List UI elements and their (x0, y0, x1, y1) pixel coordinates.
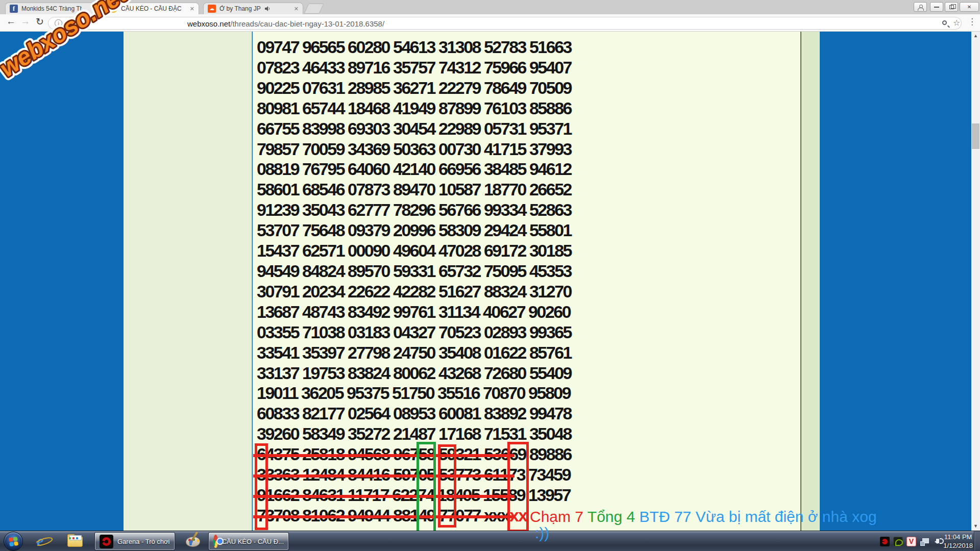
tab-soundcloud[interactable]: ☁ Ở by Thang JP ✕ (203, 3, 303, 14)
taskbar-button-label: Garena - Trò chơi (117, 538, 169, 545)
number-row: 30791 20234 22622 42282 51627 88324 3127… (257, 282, 571, 302)
minimize-button[interactable] (930, 2, 943, 12)
strikethrough-line (253, 474, 514, 478)
number-row: 90225 07631 28985 36271 22279 78649 7050… (257, 78, 571, 98)
clock-time: 11:04 PM (943, 533, 973, 541)
taskbar-button-chrome[interactable]: CẦU KÈO - CẦU Đ... (208, 532, 289, 550)
minimize-icon (934, 7, 939, 8)
smiley-annotation: :)) (535, 524, 549, 542)
number-row: 07823 46433 89716 35757 74312 75966 9540… (257, 58, 571, 78)
soundcloud-favicon-icon: ☁ (208, 5, 216, 13)
tab-close-icon[interactable]: ✕ (190, 6, 194, 12)
windows-flag-icon (9, 537, 18, 546)
taskbar-clock[interactable]: 11:04 PM 1/12/2018 (943, 533, 973, 550)
chrome-icon (213, 535, 218, 548)
number-row: 13687 48743 83492 99761 31134 40627 9026… (257, 302, 571, 322)
red-highlight-box-middle (438, 444, 456, 528)
number-row: 19011 36205 95375 51750 35516 70870 9580… (257, 383, 571, 404)
number-row: 33541 35397 27798 24750 35408 01622 8576… (257, 343, 571, 363)
number-row: 80981 65744 18468 41949 87899 76103 8588… (257, 98, 571, 119)
page-scrollbar[interactable]: ▲ ▼ (971, 32, 980, 531)
screen: f Monkids 54C Tràng Thi - ✕ xs CẦU KÈO -… (0, 0, 980, 551)
tab-monkids[interactable]: f Monkids 54C Tràng Thi - ✕ (5, 3, 102, 14)
garena-icon (100, 535, 113, 548)
number-row: 91239 35043 62777 78296 56766 99334 5286… (257, 200, 571, 220)
reload-icon[interactable]: ↻ (36, 16, 44, 28)
url-domain: webxoso.net (187, 19, 230, 28)
number-row: 79857 70059 34369 50363 00730 41715 3799… (257, 139, 571, 160)
number-row: 33137 19753 83824 80062 43268 72680 5540… (257, 363, 571, 384)
show-desktop-button[interactable] (974, 531, 980, 551)
number-row: 08819 76795 64060 42140 66956 38485 9461… (257, 159, 571, 180)
browser-menu-icon[interactable]: ⋮ (968, 16, 976, 27)
new-tab-button[interactable] (304, 4, 324, 14)
url-bar[interactable]: i webxoso.net/threads/cau-dac-biet-ngay-… (48, 17, 962, 30)
tong-label: Tổng 4 (587, 508, 635, 525)
facebook-favicon-icon: f (10, 5, 18, 13)
strikethrough-line (253, 454, 514, 457)
forward-icon[interactable]: → (20, 16, 30, 27)
number-row: 15437 62571 00090 49604 47028 69172 3018… (257, 241, 571, 261)
tab-title: CẦU KÈO - CẦU ĐẶC BIỆ (121, 5, 181, 12)
tab-close-icon[interactable]: ✕ (294, 6, 299, 12)
unikey-tray-icon[interactable]: V (906, 537, 916, 546)
number-row: 53707 75648 09379 20996 58309 29424 5580… (257, 220, 571, 241)
scroll-down-icon[interactable]: ▼ (971, 522, 980, 531)
number-row: 66755 83998 69303 30454 22989 05731 9537… (257, 119, 571, 139)
internet-explorer-icon[interactable]: e (36, 533, 52, 549)
tab-close-icon[interactable]: ✕ (93, 6, 97, 12)
left-sidebar-column (124, 32, 252, 531)
page-info-icon[interactable]: i (55, 19, 62, 27)
garena-tray-icon[interactable] (880, 537, 890, 546)
cham-label: Chạm 7 (530, 508, 583, 525)
tab-cau-keo[interactable]: xs CẦU KÈO - CẦU ĐẶC BIỆ ✕ (105, 3, 199, 14)
nvidia-tray-icon[interactable] (893, 537, 903, 546)
scroll-up-icon[interactable]: ▲ (971, 32, 980, 40)
number-row: 94549 84824 89570 59331 65732 75095 4535… (257, 261, 571, 282)
clock-date: 1/12/2018 (943, 541, 973, 550)
red-xx-annotation: xx (509, 506, 527, 526)
profile-button[interactable] (914, 2, 927, 12)
browser-tab-bar: f Monkids 54C Tràng Thi - ✕ xs CẦU KÈO -… (0, 0, 980, 14)
paint-icon[interactable] (185, 533, 201, 549)
close-button[interactable]: ✕ (960, 2, 979, 12)
system-tray: V (880, 531, 942, 551)
zoom-lens-icon[interactable] (942, 20, 947, 25)
browser-toolbar: ← → ↻ i webxoso.net/threads/cau-dac-biet… (0, 14, 980, 32)
xoso-favicon-icon: xs (109, 5, 117, 13)
url-text[interactable]: webxoso.net/threads/cau-dac-biet-ngay-13… (187, 19, 384, 28)
tab-title: Monkids 54C Tràng Thi - (21, 5, 82, 12)
tab-title: Ở by Thang JP (219, 5, 261, 12)
back-icon[interactable]: ← (6, 16, 16, 27)
strikethrough-line (253, 495, 514, 498)
tab-audio-icon[interactable] (264, 6, 271, 12)
btd-note-label: BTĐ 77 Vừa bị mất điện ở nhà xog (640, 508, 877, 525)
network-tray-icon[interactable] (920, 537, 929, 546)
start-button[interactable] (4, 532, 23, 551)
bookmark-star-icon[interactable]: ☆ (953, 18, 960, 28)
url-path: /threads/cau-dac-biet-ngay-13-01-2018.63… (230, 19, 384, 28)
right-sidebar-strip (801, 32, 820, 531)
number-row: 60833 82177 02564 08953 60081 83892 9947… (257, 404, 571, 424)
number-row: 03355 71038 03183 04327 70523 02893 9936… (257, 322, 571, 343)
green-highlight-box (416, 442, 436, 534)
windows-taskbar: e Garena - Trò chơi CẦU KÈO - CẦU Đ... (0, 531, 980, 551)
taskbar-button-label: CẦU KÈO - CẦU Đ... (222, 538, 284, 545)
prediction-annotation: Chạm 7 Tổng 4 BTĐ 77 Vừa bị mất điện ở n… (530, 508, 877, 525)
number-row: 58601 68546 07873 89470 10587 18770 2665… (257, 180, 571, 200)
number-row: 09747 96565 60280 54613 31308 52783 5166… (257, 37, 571, 58)
red-highlight-box-first-digit (255, 443, 268, 530)
restore-button[interactable] (945, 2, 958, 12)
windows-explorer-icon[interactable] (67, 533, 83, 549)
volume-tray-icon[interactable] (933, 537, 942, 545)
taskbar-button-garena[interactable]: Garena - Trò chơi (94, 532, 175, 550)
strikethrough-line (253, 515, 514, 518)
person-icon (918, 5, 923, 10)
scrollbar-thumb[interactable] (972, 123, 979, 149)
restore-icon (949, 5, 954, 9)
